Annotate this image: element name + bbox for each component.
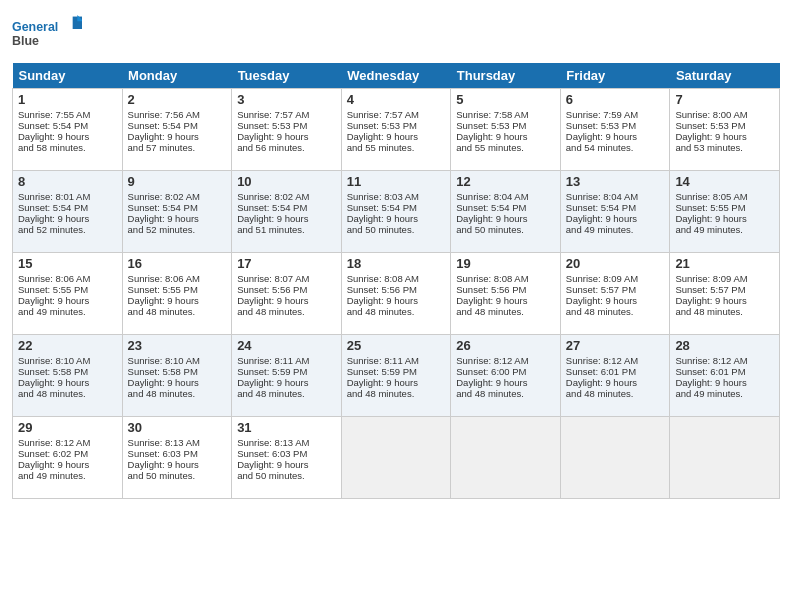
- calendar-cell: 26Sunrise: 8:12 AMSunset: 6:00 PMDayligh…: [451, 335, 561, 417]
- col-thursday: Thursday: [451, 63, 561, 89]
- day-number: 4: [347, 92, 446, 107]
- day-number: 26: [456, 338, 555, 353]
- day-number: 17: [237, 256, 336, 271]
- calendar-cell: 10Sunrise: 8:02 AMSunset: 5:54 PMDayligh…: [232, 171, 342, 253]
- week-row: 1Sunrise: 7:55 AMSunset: 5:54 PMDaylight…: [13, 89, 780, 171]
- calendar-cell: [670, 417, 780, 499]
- day-info: Sunrise: 7:57 AMSunset: 5:53 PMDaylight:…: [237, 109, 309, 153]
- calendar-cell: 15Sunrise: 8:06 AMSunset: 5:55 PMDayligh…: [13, 253, 123, 335]
- day-info: Sunrise: 8:02 AMSunset: 5:54 PMDaylight:…: [128, 191, 200, 235]
- col-wednesday: Wednesday: [341, 63, 451, 89]
- day-number: 23: [128, 338, 227, 353]
- week-row: 22Sunrise: 8:10 AMSunset: 5:58 PMDayligh…: [13, 335, 780, 417]
- svg-text:Blue: Blue: [12, 34, 39, 48]
- day-info: Sunrise: 8:08 AMSunset: 5:56 PMDaylight:…: [347, 273, 419, 317]
- day-number: 10: [237, 174, 336, 189]
- calendar-cell: 24Sunrise: 8:11 AMSunset: 5:59 PMDayligh…: [232, 335, 342, 417]
- day-number: 9: [128, 174, 227, 189]
- col-monday: Monday: [122, 63, 232, 89]
- week-row: 29Sunrise: 8:12 AMSunset: 6:02 PMDayligh…: [13, 417, 780, 499]
- day-info: Sunrise: 8:05 AMSunset: 5:55 PMDaylight:…: [675, 191, 747, 235]
- day-number: 13: [566, 174, 665, 189]
- calendar-cell: 27Sunrise: 8:12 AMSunset: 6:01 PMDayligh…: [560, 335, 670, 417]
- calendar-cell: 22Sunrise: 8:10 AMSunset: 5:58 PMDayligh…: [13, 335, 123, 417]
- calendar-cell: 30Sunrise: 8:13 AMSunset: 6:03 PMDayligh…: [122, 417, 232, 499]
- day-number: 31: [237, 420, 336, 435]
- day-number: 6: [566, 92, 665, 107]
- day-info: Sunrise: 8:09 AMSunset: 5:57 PMDaylight:…: [566, 273, 638, 317]
- day-info: Sunrise: 8:11 AMSunset: 5:59 PMDaylight:…: [237, 355, 309, 399]
- day-number: 21: [675, 256, 774, 271]
- day-number: 1: [18, 92, 117, 107]
- calendar-cell: 17Sunrise: 8:07 AMSunset: 5:56 PMDayligh…: [232, 253, 342, 335]
- day-info: Sunrise: 8:12 AMSunset: 6:01 PMDaylight:…: [675, 355, 747, 399]
- day-number: 5: [456, 92, 555, 107]
- day-number: 22: [18, 338, 117, 353]
- calendar-cell: 6Sunrise: 7:59 AMSunset: 5:53 PMDaylight…: [560, 89, 670, 171]
- day-info: Sunrise: 8:02 AMSunset: 5:54 PMDaylight:…: [237, 191, 309, 235]
- header: General Blue: [12, 10, 780, 55]
- day-info: Sunrise: 7:55 AMSunset: 5:54 PMDaylight:…: [18, 109, 90, 153]
- calendar-table: Sunday Monday Tuesday Wednesday Thursday…: [12, 63, 780, 499]
- col-tuesday: Tuesday: [232, 63, 342, 89]
- day-number: 14: [675, 174, 774, 189]
- calendar-cell: 28Sunrise: 8:12 AMSunset: 6:01 PMDayligh…: [670, 335, 780, 417]
- day-number: 7: [675, 92, 774, 107]
- day-number: 25: [347, 338, 446, 353]
- day-number: 24: [237, 338, 336, 353]
- day-info: Sunrise: 8:07 AMSunset: 5:56 PMDaylight:…: [237, 273, 309, 317]
- col-sunday: Sunday: [13, 63, 123, 89]
- day-number: 28: [675, 338, 774, 353]
- day-info: Sunrise: 8:06 AMSunset: 5:55 PMDaylight:…: [18, 273, 90, 317]
- col-friday: Friday: [560, 63, 670, 89]
- day-number: 19: [456, 256, 555, 271]
- day-info: Sunrise: 8:06 AMSunset: 5:55 PMDaylight:…: [128, 273, 200, 317]
- day-number: 12: [456, 174, 555, 189]
- day-info: Sunrise: 8:13 AMSunset: 6:03 PMDaylight:…: [128, 437, 200, 481]
- day-number: 15: [18, 256, 117, 271]
- calendar-cell: 5Sunrise: 7:58 AMSunset: 5:53 PMDaylight…: [451, 89, 561, 171]
- calendar-cell: 8Sunrise: 8:01 AMSunset: 5:54 PMDaylight…: [13, 171, 123, 253]
- week-row: 8Sunrise: 8:01 AMSunset: 5:54 PMDaylight…: [13, 171, 780, 253]
- day-number: 27: [566, 338, 665, 353]
- day-number: 8: [18, 174, 117, 189]
- calendar-cell: 13Sunrise: 8:04 AMSunset: 5:54 PMDayligh…: [560, 171, 670, 253]
- calendar-cell: [341, 417, 451, 499]
- day-info: Sunrise: 8:04 AMSunset: 5:54 PMDaylight:…: [456, 191, 528, 235]
- calendar-cell: 7Sunrise: 8:00 AMSunset: 5:53 PMDaylight…: [670, 89, 780, 171]
- day-info: Sunrise: 7:56 AMSunset: 5:54 PMDaylight:…: [128, 109, 200, 153]
- calendar-cell: 25Sunrise: 8:11 AMSunset: 5:59 PMDayligh…: [341, 335, 451, 417]
- calendar-cell: 2Sunrise: 7:56 AMSunset: 5:54 PMDaylight…: [122, 89, 232, 171]
- svg-text:General: General: [12, 20, 58, 34]
- day-number: 18: [347, 256, 446, 271]
- calendar-cell: 18Sunrise: 8:08 AMSunset: 5:56 PMDayligh…: [341, 253, 451, 335]
- day-info: Sunrise: 8:10 AMSunset: 5:58 PMDaylight:…: [128, 355, 200, 399]
- calendar-cell: 11Sunrise: 8:03 AMSunset: 5:54 PMDayligh…: [341, 171, 451, 253]
- day-info: Sunrise: 8:12 AMSunset: 6:00 PMDaylight:…: [456, 355, 528, 399]
- day-number: 29: [18, 420, 117, 435]
- calendar-cell: 4Sunrise: 7:57 AMSunset: 5:53 PMDaylight…: [341, 89, 451, 171]
- day-info: Sunrise: 8:13 AMSunset: 6:03 PMDaylight:…: [237, 437, 309, 481]
- calendar-cell: [560, 417, 670, 499]
- calendar-cell: 16Sunrise: 8:06 AMSunset: 5:55 PMDayligh…: [122, 253, 232, 335]
- day-info: Sunrise: 7:58 AMSunset: 5:53 PMDaylight:…: [456, 109, 528, 153]
- day-number: 16: [128, 256, 227, 271]
- calendar-container: General Blue Sunday Monday Tuesday Wedne…: [0, 0, 792, 612]
- header-row: Sunday Monday Tuesday Wednesday Thursday…: [13, 63, 780, 89]
- calendar-cell: 29Sunrise: 8:12 AMSunset: 6:02 PMDayligh…: [13, 417, 123, 499]
- day-info: Sunrise: 8:10 AMSunset: 5:58 PMDaylight:…: [18, 355, 90, 399]
- day-info: Sunrise: 8:12 AMSunset: 6:02 PMDaylight:…: [18, 437, 90, 481]
- calendar-cell: 12Sunrise: 8:04 AMSunset: 5:54 PMDayligh…: [451, 171, 561, 253]
- logo: General Blue: [12, 10, 82, 55]
- col-saturday: Saturday: [670, 63, 780, 89]
- day-info: Sunrise: 8:11 AMSunset: 5:59 PMDaylight:…: [347, 355, 419, 399]
- calendar-cell: 14Sunrise: 8:05 AMSunset: 5:55 PMDayligh…: [670, 171, 780, 253]
- calendar-cell: 9Sunrise: 8:02 AMSunset: 5:54 PMDaylight…: [122, 171, 232, 253]
- day-info: Sunrise: 8:08 AMSunset: 5:56 PMDaylight:…: [456, 273, 528, 317]
- calendar-cell: 21Sunrise: 8:09 AMSunset: 5:57 PMDayligh…: [670, 253, 780, 335]
- logo-svg: General Blue: [12, 10, 82, 55]
- day-info: Sunrise: 7:57 AMSunset: 5:53 PMDaylight:…: [347, 109, 419, 153]
- day-number: 20: [566, 256, 665, 271]
- day-number: 3: [237, 92, 336, 107]
- calendar-cell: 23Sunrise: 8:10 AMSunset: 5:58 PMDayligh…: [122, 335, 232, 417]
